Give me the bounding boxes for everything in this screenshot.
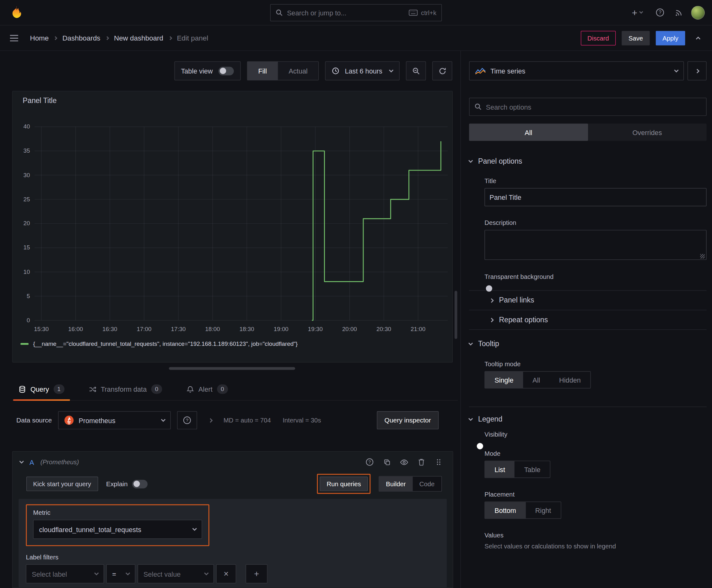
legend-bottom-option[interactable]: Bottom (485, 502, 526, 518)
run-queries-button[interactable]: Run queries (320, 477, 368, 491)
operator-dropdown[interactable]: = (106, 564, 135, 583)
legend-list-option[interactable]: List (485, 461, 515, 478)
tab-transform-data[interactable]: Transform data 0 (83, 378, 169, 400)
zoom-out-button[interactable] (406, 61, 426, 80)
transform-icon (89, 385, 96, 393)
tooltip-all-option[interactable]: All (523, 372, 550, 388)
select-value-placeholder: Select value (144, 570, 180, 578)
expand-options-button[interactable] (203, 413, 217, 427)
mega-menu-button[interactable] (7, 31, 21, 45)
datasource-help-button[interactable]: ? (177, 411, 197, 429)
refresh-button[interactable] (432, 61, 452, 80)
tab-alert[interactable]: Alert 0 (180, 378, 234, 400)
query-help-button[interactable]: ? (363, 455, 376, 469)
select-value-dropdown[interactable]: Select value (137, 564, 214, 583)
add-filter-button[interactable]: + (246, 564, 267, 583)
legend-values-description: Select values or calculations to show in… (484, 543, 706, 550)
drag-query-handle[interactable] (432, 455, 446, 469)
legend-section-header[interactable]: Legend (469, 415, 706, 423)
options-search-input[interactable] (486, 103, 701, 111)
toggle-viz-picker-button[interactable] (688, 61, 707, 80)
tab-query[interactable]: Query 1 (12, 378, 71, 400)
breadcrumb-edit-panel: Edit panel (177, 34, 208, 42)
save-button[interactable]: Save (622, 31, 650, 45)
explain-toggle[interactable] (132, 480, 148, 488)
help-button[interactable]: ? (653, 6, 667, 19)
kick-start-query-button[interactable]: Kick start your query (26, 477, 98, 491)
repeat-options-collapsible[interactable]: Repeat options (469, 310, 706, 330)
metric-select[interactable]: cloudflared_tunnel_total_requests (33, 520, 202, 539)
global-search-input[interactable] (287, 9, 405, 17)
left-pane-scrollbar[interactable] (455, 291, 457, 339)
x-tick-label: 18:00 (199, 326, 226, 333)
panel-description-textarea[interactable] (484, 230, 706, 260)
tooltip-single-option[interactable]: Single (485, 372, 523, 388)
chevron-right-icon (54, 36, 58, 40)
discard-button[interactable]: Discard (580, 31, 616, 45)
panel-editor-toolbar: Table view Fill Actual Last 6 hours (0, 56, 458, 85)
time-series-viz-icon (475, 67, 486, 75)
select-label-dropdown[interactable]: Select label (26, 564, 104, 583)
breadcrumb-home[interactable]: Home (30, 34, 49, 42)
remove-filter-button[interactable]: × (216, 564, 236, 583)
tab-all[interactable]: All (469, 123, 588, 141)
legend-right-option[interactable]: Right (525, 502, 560, 518)
new-menu-button[interactable]: + (627, 6, 648, 19)
search-icon (276, 9, 283, 16)
transform-count-badge: 0 (151, 384, 162, 394)
fill-actual-group: Fill Actual (247, 61, 319, 80)
options-tabs: All Overrides (469, 123, 706, 141)
legend-table-option[interactable]: Table (515, 461, 550, 478)
repeat-options-label: Repeat options (499, 316, 548, 324)
collapse-header-button[interactable] (691, 31, 705, 45)
tooltip-hidden-option[interactable]: Hidden (550, 372, 590, 388)
time-range-picker[interactable]: Last 6 hours (325, 61, 400, 80)
x-tick-label: 18:30 (233, 326, 261, 333)
legend-series-label[interactable]: {__name__="cloudflared_tunnel_total_requ… (33, 340, 298, 347)
panel-title-input[interactable] (484, 188, 706, 206)
datasource-label: Data source (16, 417, 52, 424)
user-avatar[interactable] (691, 6, 705, 19)
time-series-chart: 051015202530354015:3016:0016:3017:0017:3… (13, 91, 452, 362)
query-inspector-button[interactable]: Query inspector (377, 411, 438, 429)
builder-option[interactable]: Builder (379, 477, 412, 491)
visualization-picker[interactable]: Time series (469, 61, 684, 80)
visibility-label: Visibility (484, 430, 706, 438)
question-circle-icon: ? (183, 416, 191, 424)
table-view-toggle[interactable] (218, 67, 234, 75)
time-range-label: Last 6 hours (345, 67, 382, 75)
global-search[interactable]: ctrl+k (270, 4, 442, 21)
panel-preview: Panel Title 051015202530354015:3016:0016… (12, 91, 453, 362)
search-icon (475, 103, 482, 110)
panel-links-collapsible[interactable]: Panel links (469, 291, 706, 310)
duplicate-query-button[interactable] (380, 455, 394, 469)
actual-option[interactable]: Actual (278, 62, 319, 80)
hide-query-button[interactable] (397, 455, 411, 469)
breadcrumb-dashboards[interactable]: Dashboards (63, 34, 101, 42)
svg-text:?: ? (186, 417, 188, 423)
description-label: Description (484, 219, 706, 226)
x-tick-label: 16:30 (96, 326, 124, 333)
y-tick-label: 10 (13, 268, 30, 275)
grafana-logo[interactable] (7, 3, 25, 22)
pane-resize-handle[interactable] (169, 367, 295, 370)
chevron-down-icon (126, 571, 130, 575)
apply-button[interactable]: Apply (656, 31, 685, 45)
query-row-header[interactable]: A (Prometheus) ? (13, 452, 453, 473)
chevron-down-icon (192, 526, 197, 531)
delete-query-button[interactable] (415, 455, 428, 469)
timeseries-plot-area[interactable] (13, 91, 452, 337)
tab-overrides[interactable]: Overrides (588, 123, 706, 141)
news-button[interactable] (672, 6, 686, 19)
tooltip-section-header[interactable]: Tooltip (469, 340, 706, 348)
datasource-picker[interactable]: Prometheus (58, 411, 171, 429)
tab-query-label: Query (30, 385, 49, 393)
options-search[interactable] (469, 98, 706, 116)
alert-count-badge: 0 (217, 384, 228, 394)
code-option[interactable]: Code (412, 477, 441, 491)
resize-handle-icon[interactable] (700, 254, 705, 258)
panel-options-section-header[interactable]: Panel options (469, 157, 706, 165)
breadcrumb-new-dashboard[interactable]: New dashboard (114, 34, 163, 42)
eye-icon (400, 459, 408, 465)
fill-option[interactable]: Fill (247, 62, 278, 80)
